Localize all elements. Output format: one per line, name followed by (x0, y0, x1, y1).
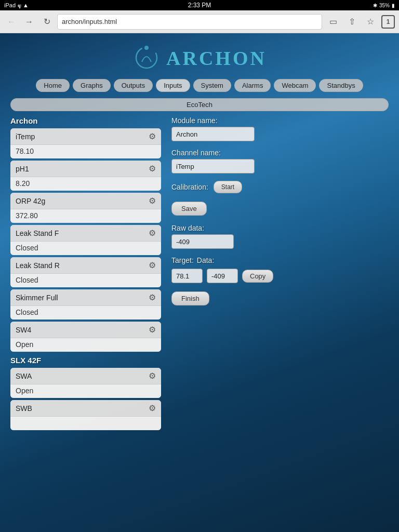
input-card-swa: SWA ⚙ Open (10, 368, 161, 398)
input-card-swb-header: SWB ⚙ (10, 400, 161, 417)
nav-inputs[interactable]: Inputs (156, 79, 190, 92)
input-card-itemp-header: iTemp ⚙ (10, 128, 161, 145)
raw-data-input[interactable] (171, 234, 234, 249)
input-name-leakstandr: Leak Stand R (16, 261, 60, 270)
target-data-row: 78.1 -409 Copy (171, 269, 389, 283)
data-label: Data: (197, 256, 214, 264)
input-value-leakstandf: Closed (10, 242, 161, 255)
url-bar[interactable]: archon/inputs.html (57, 14, 322, 30)
raw-data-label: Raw data: (171, 224, 389, 232)
share-button[interactable]: ⇧ (344, 14, 360, 30)
input-name-ph1: pH1 (16, 165, 29, 173)
section-slx42f-title: SLX 42F (10, 356, 161, 365)
input-card-leakstandf-header: Leak Stand F ⚙ (10, 225, 161, 242)
nav-bar: Home Graphs Outputs Inputs System Alarms… (10, 75, 389, 96)
input-name-skimmerfull: Skimmer Full (16, 294, 58, 302)
input-card-leakstandr-header: Leak Stand R ⚙ (10, 257, 161, 274)
reader-button[interactable]: ▭ (325, 14, 341, 30)
input-value-itemp: 78.10 (10, 145, 161, 158)
input-card-itemp: iTemp ⚙ 78.10 (10, 128, 161, 158)
save-button[interactable]: Save (171, 202, 207, 216)
section-archon-title: Archon (10, 116, 161, 125)
input-value-leakstandr: Closed (10, 274, 161, 287)
right-panel: Module name: Channel name: Calibration: … (171, 116, 389, 432)
input-value-skimmerfull: Closed (10, 306, 161, 320)
url-text: archon/inputs.html (62, 18, 117, 25)
nav-graphs[interactable]: Graphs (73, 79, 111, 92)
input-name-itemp: iTemp (16, 132, 35, 141)
nav-home[interactable]: Home (36, 79, 70, 92)
input-card-ph1: pH1 ⚙ 8.20 (10, 161, 161, 191)
input-card-ph1-header: pH1 ⚙ (10, 161, 161, 177)
bluetooth-icon: ✱ (373, 3, 377, 8)
carrier-label: iPad (4, 2, 16, 8)
input-card-orp42g-header: ORP 42g ⚙ (10, 193, 161, 209)
calibration-row: Calibration: Start (171, 181, 389, 193)
data-value-box: -409 (207, 269, 238, 283)
wifi-icon: 𝛗 ▲ (18, 2, 29, 9)
input-value-sw4: Open (10, 338, 161, 352)
gear-icon-swa[interactable]: ⚙ (149, 371, 156, 381)
input-value-ph1: 8.20 (10, 177, 161, 191)
input-card-skimmerfull: Skimmer Full ⚙ Closed (10, 289, 161, 320)
gear-icon-itemp[interactable]: ⚙ (149, 131, 156, 141)
gear-icon-ph1[interactable]: ⚙ (149, 164, 156, 174)
gear-icon-leakstandf[interactable]: ⚙ (149, 228, 156, 238)
forward-button[interactable]: → (22, 15, 36, 29)
gear-icon-swb[interactable]: ⚙ (149, 403, 156, 413)
logo-text: ARCHON (166, 47, 267, 70)
nav-system[interactable]: System (193, 79, 231, 92)
battery-percent: 35% (379, 3, 390, 8)
content-layout: Archon iTemp ⚙ 78.10 pH1 ⚙ 8.20 ORP 42g … (10, 116, 389, 432)
input-name-swb: SWB (16, 404, 32, 413)
calibration-label: Calibration: (171, 183, 208, 191)
nav-alarms[interactable]: Alarms (234, 79, 271, 92)
nav-standbys[interactable]: Standbys (319, 79, 363, 92)
input-card-leakstandr: Leak Stand R ⚙ Closed (10, 257, 161, 287)
svg-point-0 (136, 47, 157, 68)
back-button[interactable]: ← (4, 15, 19, 29)
logo-area: ARCHON (10, 38, 389, 75)
battery-icon: ▮ (392, 3, 395, 8)
input-card-leakstandf: Leak Stand F ⚙ Closed (10, 225, 161, 255)
copy-button[interactable]: Copy (242, 270, 273, 283)
input-card-skimmerfull-header: Skimmer Full ⚙ (10, 289, 161, 306)
channel-name-label: Channel name: (171, 149, 389, 157)
input-card-sw4-header: SW4 ⚙ (10, 322, 161, 338)
input-value-orp42g: 372.80 (10, 209, 161, 223)
input-card-sw4: SW4 ⚙ Open (10, 322, 161, 352)
nav-ecotech[interactable]: EcoTech (10, 98, 389, 111)
gear-icon-leakstandr[interactable]: ⚙ (149, 260, 156, 270)
module-name-input[interactable] (171, 127, 255, 141)
refresh-button[interactable]: ↻ (39, 15, 54, 29)
channel-name-input[interactable] (171, 159, 255, 174)
gear-icon-skimmerfull[interactable]: ⚙ (149, 292, 156, 302)
status-right: ✱ 35% ▮ (373, 3, 395, 8)
input-card-orp42g: ORP 42g ⚙ 372.80 (10, 193, 161, 223)
gear-icon-sw4[interactable]: ⚙ (149, 325, 156, 335)
svg-point-1 (144, 46, 149, 50)
finish-button[interactable]: Finish (171, 291, 209, 305)
status-bar: iPad 𝛗 ▲ 2:33 PM ✱ 35% ▮ (0, 0, 399, 10)
bookmark-button[interactable]: ☆ (363, 14, 378, 30)
gear-icon-orp42g[interactable]: ⚙ (149, 196, 156, 206)
nav-webcam[interactable]: Webcam (274, 79, 316, 92)
target-label: Target: (171, 256, 194, 264)
left-panel: Archon iTemp ⚙ 78.10 pH1 ⚙ 8.20 ORP 42g … (10, 116, 161, 432)
time-display: 2:33 PM (188, 2, 211, 9)
tab-count[interactable]: 1 (381, 15, 395, 29)
browser-bar: ← → ↻ archon/inputs.html ▭ ⇧ ☆ 1 (0, 10, 399, 33)
status-left: iPad 𝛗 ▲ (4, 2, 29, 9)
module-name-label: Module name: (171, 116, 389, 125)
input-name-orp42g: ORP 42g (16, 197, 45, 205)
nav-outputs[interactable]: Outputs (114, 79, 153, 92)
input-name-sw4: SW4 (16, 326, 31, 334)
input-card-swb: SWB ⚙ (10, 400, 161, 430)
input-value-swb (10, 417, 161, 430)
input-card-swa-header: SWA ⚙ (10, 368, 161, 384)
input-name-leakstandf: Leak Stand F (16, 229, 59, 237)
data-value: -409 (211, 272, 225, 280)
logo-icon (132, 44, 161, 72)
calibration-start-button[interactable]: Start (214, 181, 242, 193)
target-value-box: 78.1 (171, 269, 203, 283)
